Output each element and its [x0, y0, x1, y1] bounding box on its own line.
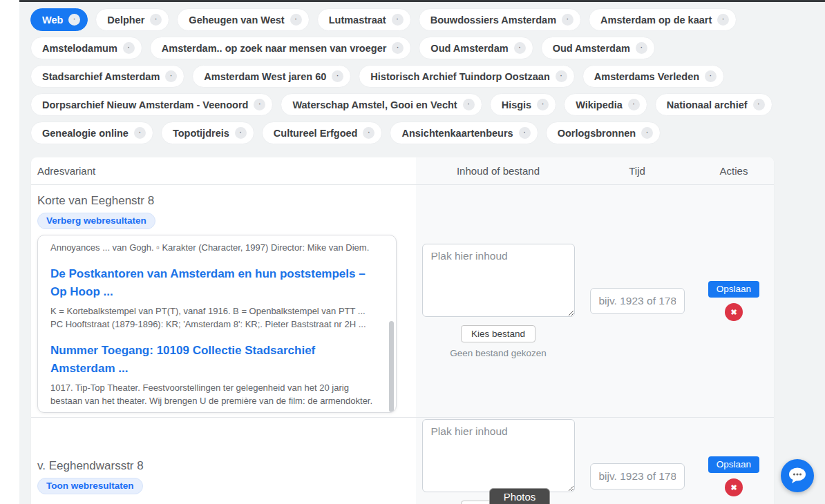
filter-chip-label: Web	[42, 14, 63, 26]
filter-chip[interactable]: Oorlogsbronnen ·	[546, 122, 661, 144]
filter-count-badge: ·	[134, 127, 146, 139]
filter-chip-label: Wikipedia	[576, 99, 623, 110]
filter-count-badge: ·	[150, 14, 162, 26]
filter-chip[interactable]: Genealogie online ·	[30, 122, 153, 144]
filter-count-badge: ·	[392, 14, 404, 26]
filter-chip-label: Delpher	[107, 14, 144, 26]
filter-chip-label: Stadsarchief Amsterdam	[42, 71, 160, 82]
search-result-snippet: K = Kortebalkstempel van PT(T), vanaf 19…	[50, 304, 378, 331]
filter-count-badge: ·	[463, 99, 475, 110]
table-header-row: Adresvariant Inhoud of bestand Tijd Acti…	[31, 157, 774, 185]
filter-chip[interactable]: Delpher ·	[95, 8, 169, 31]
content-cell: Kies bestand Geen bestand gekozen	[416, 185, 580, 417]
time-cell	[580, 185, 694, 417]
filter-chip-label: Amsterdam West jaren 60	[204, 71, 326, 82]
filter-chip-label: Historisch Archief Tuindorp Oostzaan	[370, 71, 549, 82]
delete-x-icon: ✖	[730, 483, 737, 492]
table-row: Korte van Eeghenstr 8 Verberg webresulta…	[31, 185, 774, 418]
time-cell	[580, 418, 694, 504]
header-inhoud-of-bestand: Inhoud of bestand	[416, 157, 580, 184]
filter-count-badge: ·	[290, 14, 302, 26]
search-result-title[interactable]: Nummer Toegang: 10109 Collectie Stadsarc…	[50, 342, 378, 378]
web-results-panel[interactable]: Annoyances ... van Gogh. ▫ Karakter (Cha…	[37, 235, 397, 413]
content-textarea[interactable]	[422, 244, 575, 317]
filter-chip[interactable]: Oud Amsterdam ·	[541, 37, 655, 59]
filter-count-badge: ·	[68, 14, 80, 26]
address-variant-cell: v. Eeghendwarsstr 8 Toon webresultaten	[31, 418, 416, 504]
filter-chip[interactable]: Hisgis ·	[490, 93, 557, 116]
chat-bubble-icon	[788, 467, 807, 485]
filter-count-badge: ·	[519, 127, 531, 139]
filter-count-badge: ·	[514, 42, 526, 54]
toggle-webresults-chip[interactable]: Toon webresultaten	[37, 478, 143, 494]
filter-chip[interactable]: Wikipedia ·	[564, 93, 647, 116]
filter-chip-label: Topotijdreis	[173, 128, 229, 139]
filter-chip[interactable]: Ansichtenkaartenbeurs ·	[390, 122, 538, 144]
save-button[interactable]: Opslaan	[708, 281, 759, 298]
filter-chip-label: Genealogie online	[42, 128, 129, 139]
time-input[interactable]	[590, 288, 685, 314]
address-table: Adresvariant Inhoud of bestand Tijd Acti…	[31, 157, 774, 504]
search-result-snippet: 1017. Tip-Top Theater. Feestvoorstelling…	[50, 381, 378, 407]
filter-chip-label: Oud Amsterdam	[430, 43, 508, 54]
filter-count-badge: ·	[641, 127, 653, 139]
search-result-title[interactable]: De Postkantoren van Amsterdam en hun pos…	[50, 265, 378, 301]
header-acties: Acties	[694, 157, 774, 184]
filter-count-badge: ·	[123, 42, 135, 54]
filter-count-badge: ·	[556, 70, 567, 82]
filter-chip-label: Bouwdossiers Amsterdam	[430, 14, 556, 26]
filter-chip-label: Geheugen van West	[189, 14, 284, 26]
chat-button[interactable]	[781, 459, 814, 492]
content-textarea[interactable]	[422, 419, 575, 492]
toggle-webresults-chip[interactable]: Verberg webresultaten	[37, 213, 155, 229]
filter-count-badge: ·	[717, 14, 729, 26]
delete-button[interactable]: ✖	[725, 478, 743, 496]
filter-chip[interactable]: Bouwdossiers Amsterdam ·	[419, 8, 581, 31]
filter-chip[interactable]: Amstelodamum ·	[30, 37, 142, 59]
address-variant-cell: Korte van Eeghenstr 8 Verberg webresulta…	[31, 185, 416, 417]
filter-chip-label: Ansichtenkaartenbeurs	[401, 128, 513, 139]
photos-overlay[interactable]: Photos	[489, 488, 550, 504]
filter-chip[interactable]: Amsterdam.. op zoek naar mensen van vroe…	[150, 37, 412, 59]
filter-chip[interactable]: Waterschap Amstel, Gooi en Vecht ·	[281, 93, 482, 116]
filter-chip[interactable]: Web ·	[30, 8, 88, 31]
time-input[interactable]	[590, 463, 685, 490]
filter-chip[interactable]: Cultureel Erfgoed ·	[262, 122, 383, 144]
choose-file-button[interactable]: Kies bestand	[461, 325, 535, 342]
table-row: v. Eeghendwarsstr 8 Toon webresultaten K…	[31, 418, 774, 504]
filter-chip-label: Cultureel Erfgoed	[274, 128, 358, 139]
file-status-text: Geen bestand gekozen	[450, 348, 547, 358]
header-tijd: Tijd	[580, 157, 694, 184]
filter-chip[interactable]: Geheugen van West ·	[177, 8, 309, 31]
filter-chip[interactable]: Nationaal archief ·	[655, 93, 772, 116]
filter-chip[interactable]: Lutmastraat ·	[317, 8, 411, 31]
filter-chip[interactable]: Oud Amsterdam ·	[419, 37, 533, 59]
filter-count-badge: ·	[392, 42, 404, 54]
actions-cell: Opslaan ✖	[694, 418, 774, 504]
filter-chip[interactable]: Amsterdams Verleden ·	[582, 65, 724, 88]
filter-chip-label: Hisgis	[502, 99, 532, 110]
filter-chip[interactable]: Dorpsarchief Nieuw Amsterdam - Veenoord …	[30, 93, 273, 116]
filter-chip[interactable]: Amsterdam op de kaart ·	[589, 8, 737, 31]
filter-count-badge: ·	[705, 70, 717, 82]
save-button[interactable]: Opslaan	[708, 456, 759, 473]
filter-count-badge: ·	[165, 70, 177, 82]
filter-count-badge: ·	[363, 127, 374, 139]
filter-chip-label: Amsterdams Verleden	[594, 71, 699, 82]
address-variant: Korte van Eeghenstr 8	[37, 194, 154, 208]
delete-button[interactable]: ✖	[725, 303, 743, 321]
filter-chip[interactable]: Topotijdreis ·	[161, 122, 254, 144]
header-adresvariant: Adresvariant	[31, 157, 416, 184]
clipped-result-snippet: Annoyances ... van Gogh. ▫ Karakter (Cha…	[50, 241, 378, 254]
filter-chip-label: Dorpsarchief Nieuw Amsterdam - Veenoord	[42, 99, 248, 110]
results-scrollbar-thumb[interactable]	[389, 321, 394, 412]
filter-count-badge: ·	[753, 99, 765, 110]
filter-chip[interactable]: Amsterdam West jaren 60 ·	[192, 65, 351, 88]
filter-chip-label: Oud Amsterdam	[553, 43, 630, 54]
filter-count-badge: ·	[562, 14, 573, 26]
filter-chip-label: Amsterdam op de kaart	[600, 14, 712, 26]
filter-chip[interactable]: Stadsarchief Amsterdam ·	[30, 65, 184, 88]
source-filter-bar: Web · Delpher · Geheugen van West · Lutm…	[19, 0, 825, 144]
filter-chip[interactable]: Historisch Archief Tuindorp Oostzaan ·	[359, 65, 574, 88]
top-bar	[19, 0, 825, 2]
